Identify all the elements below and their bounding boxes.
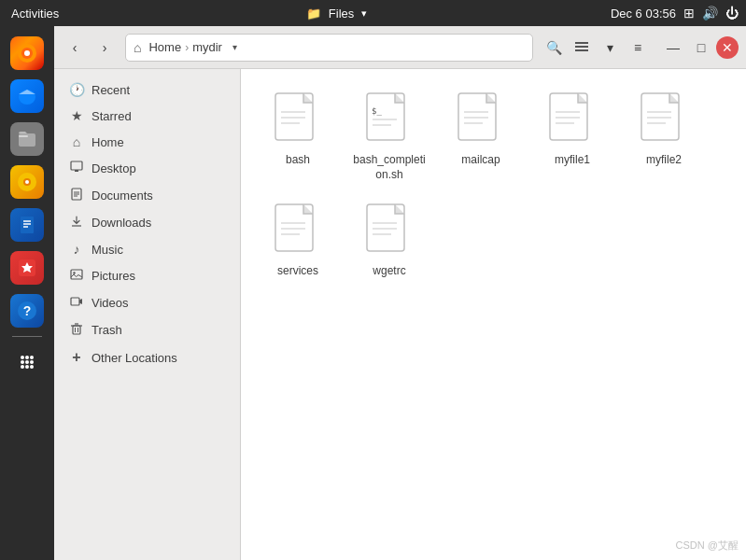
rhythmbox-icon: [10, 165, 44, 199]
files-icon: 📁: [306, 7, 321, 21]
file-item-myfile2[interactable]: myfile2: [622, 84, 706, 188]
minimize-button[interactable]: —: [660, 35, 686, 61]
svg-rect-28: [71, 161, 82, 170]
trash-icon: [69, 322, 84, 338]
videos-icon: [69, 295, 84, 311]
file-grid: bash $_ ba: [241, 69, 746, 560]
file-item-mailcap[interactable]: mailcap: [439, 84, 523, 188]
content-area: 🕐 Recent ★ Starred ⌂ Home Desktop: [54, 69, 746, 560]
dock-item-appstore[interactable]: [7, 248, 47, 287]
activities-button[interactable]: Activities: [7, 7, 63, 21]
sidebar-item-label-videos: Videos: [91, 296, 129, 310]
file-item-wgetrc[interactable]: wgetrc: [347, 195, 431, 285]
view-options-dropdown[interactable]: ▾: [597, 35, 623, 61]
sidebar-item-documents[interactable]: Documents: [58, 182, 236, 209]
filemanager: ‹ › ⌂ Home › mydir ▾ 🔍 ▾ ≡ — □ ✕: [54, 26, 746, 560]
desktop-icon: [69, 161, 84, 176]
pictures-icon: [69, 268, 84, 284]
forward-button[interactable]: ›: [91, 35, 118, 61]
breadcrumb: ⌂ Home › mydir ▾: [125, 34, 533, 62]
file-item-bash-completion[interactable]: $_ bash_completion.sh: [347, 84, 431, 188]
sidebar: 🕐 Recent ★ Starred ⌂ Home Desktop: [54, 69, 241, 560]
sidebar-item-videos[interactable]: Videos: [58, 289, 236, 316]
svg-point-23: [25, 365, 29, 369]
svg-rect-38: [73, 326, 80, 334]
volume-icon: 🔊: [702, 6, 718, 21]
view-list-button[interactable]: [569, 35, 595, 61]
file-icon-myfile2: [634, 90, 694, 149]
file-label-bash-completion: bash_completion.sh: [353, 153, 426, 182]
svg-rect-29: [75, 170, 78, 172]
dock-item-rhythmbox[interactable]: [7, 162, 47, 202]
files-label[interactable]: Files: [329, 7, 354, 21]
dock-item-files[interactable]: [7, 119, 47, 159]
topbar-right: Dec 6 03:56 ⊞ 🔊 ⏻: [611, 6, 739, 21]
menu-button[interactable]: ≡: [625, 35, 651, 61]
sidebar-item-home[interactable]: ⌂ Home: [58, 129, 236, 155]
file-label-services: services: [277, 264, 318, 279]
sidebar-item-starred[interactable]: ★ Starred: [58, 103, 236, 129]
file-icon-bash: [268, 90, 328, 149]
svg-point-16: [21, 356, 24, 359]
breadcrumb-home[interactable]: Home: [145, 40, 185, 54]
sidebar-item-music[interactable]: ♪ Music: [58, 236, 236, 262]
svg-rect-25: [575, 42, 588, 44]
sidebar-item-label-downloads: Downloads: [91, 216, 151, 230]
svg-rect-5: [19, 135, 28, 137]
svg-point-18: [30, 356, 34, 359]
search-button[interactable]: 🔍: [541, 35, 567, 61]
svg-point-17: [25, 356, 29, 359]
sidebar-item-label-pictures: Pictures: [91, 269, 135, 283]
sidebar-item-other-locations[interactable]: + Other Locations: [58, 343, 236, 371]
help-icon: ?: [10, 294, 44, 328]
topbar-center: 📁 Files ▾: [306, 7, 367, 21]
dock-separator: [12, 336, 42, 337]
dock-item-apps[interactable]: [7, 343, 47, 382]
close-button[interactable]: ✕: [716, 36, 739, 59]
downloads-icon: [69, 215, 84, 231]
dock-item-firefox[interactable]: [7, 34, 47, 73]
back-button[interactable]: ‹: [62, 35, 88, 61]
dock-item-thunderbird[interactable]: [7, 77, 47, 116]
svg-point-2: [24, 50, 30, 56]
thunderbird-icon: [10, 79, 44, 113]
dock-item-writer[interactable]: [7, 205, 47, 245]
breadcrumb-dropdown-btn[interactable]: ▾: [226, 38, 245, 57]
svg-rect-26: [575, 46, 588, 48]
sidebar-item-downloads[interactable]: Downloads: [58, 209, 236, 236]
file-item-myfile1[interactable]: myfile1: [530, 84, 614, 188]
topbar-left: Activities: [7, 7, 63, 21]
svg-point-8: [25, 180, 29, 184]
watermark: CSDN @艾醒: [676, 539, 739, 553]
svg-point-36: [73, 272, 75, 273]
sidebar-item-recent[interactable]: 🕐 Recent: [58, 77, 236, 103]
main-container: ? ‹ ›: [0, 26, 746, 560]
breadcrumb-mydir[interactable]: mydir: [189, 40, 226, 54]
svg-rect-9: [21, 217, 34, 233]
file-icon-bash-completion: $_: [359, 90, 419, 149]
dock-item-help[interactable]: ?: [7, 291, 47, 330]
file-icon-myfile1: [542, 90, 602, 149]
home-breadcrumb-icon: ⌂: [134, 40, 141, 55]
documents-icon: [69, 188, 84, 203]
home-icon: ⌂: [69, 134, 84, 149]
file-icon-services: [268, 201, 328, 260]
sidebar-item-pictures[interactable]: Pictures: [58, 262, 236, 289]
sidebar-item-label-desktop: Desktop: [91, 161, 136, 175]
sidebar-item-trash[interactable]: Trash: [58, 316, 236, 343]
files-dropdown-icon[interactable]: ▾: [361, 7, 367, 20]
sidebar-item-desktop[interactable]: Desktop: [58, 155, 236, 182]
svg-rect-37: [71, 298, 79, 305]
file-item-bash[interactable]: bash: [256, 84, 340, 188]
writer-icon: [10, 208, 44, 242]
file-item-services[interactable]: services: [256, 195, 340, 285]
svg-point-24: [30, 365, 34, 369]
maximize-button[interactable]: □: [688, 35, 714, 61]
sidebar-item-label-other-locations: Other Locations: [91, 351, 177, 365]
toolbar: ‹ › ⌂ Home › mydir ▾ 🔍 ▾ ≡ — □ ✕: [54, 26, 746, 69]
svg-point-20: [25, 360, 29, 364]
network-icon: ⊞: [683, 6, 695, 21]
svg-rect-35: [71, 270, 82, 279]
sidebar-item-label-starred: Starred: [91, 109, 132, 123]
music-icon: ♪: [69, 242, 84, 257]
